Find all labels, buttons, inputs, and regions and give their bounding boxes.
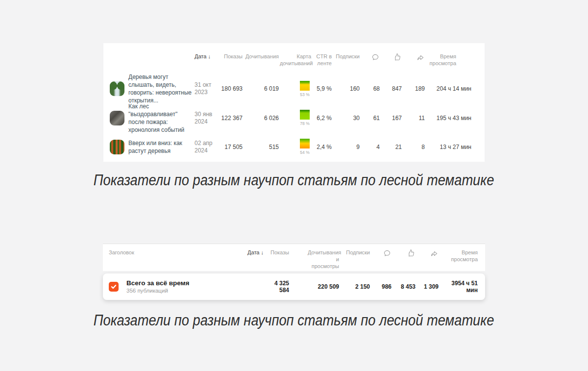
shares-value: 189 xyxy=(402,85,425,92)
likes-value: 167 xyxy=(380,115,402,122)
read-map-chart: 78 % xyxy=(298,110,311,126)
column-header-date[interactable]: Дата ↓ xyxy=(234,249,264,256)
total-views-value: 4 325 584 xyxy=(264,280,289,294)
article-thumbnail-trees-faces xyxy=(110,81,124,96)
column-header-reads-views[interactable]: Дочитывания и просмотры xyxy=(289,249,339,270)
column-header-ctr[interactable]: CTR в ленте xyxy=(311,53,332,67)
checkmark-icon xyxy=(111,284,117,290)
article-thumbnail-sequoia-trunks xyxy=(110,140,124,154)
watch-time-value: 13 ч 27 мин xyxy=(425,144,471,150)
read-map-chart: 53 % xyxy=(298,81,311,97)
column-header-read-map[interactable]: Карта дочитываний xyxy=(279,53,311,67)
reads-value: 6 019 xyxy=(243,85,279,92)
comments-value: 68 xyxy=(360,85,380,92)
column-header-date[interactable]: Дата ↓ xyxy=(195,53,218,60)
articles-stats-table: Дата ↓ Показы Дочитывания Карта дочитыва… xyxy=(103,43,485,162)
total-likes-value: 8 453 xyxy=(392,283,416,290)
article-date: 30 янв 2024 xyxy=(195,111,218,125)
subscriptions-value: 160 xyxy=(332,85,360,92)
caption-totals-table: Показатели по разным научпоп статьям по … xyxy=(0,312,588,329)
column-header-watch-time[interactable]: Время просмотра xyxy=(425,53,471,67)
subscriptions-value: 30 xyxy=(332,115,360,122)
likes-value: 21 xyxy=(380,144,402,150)
reads-value: 515 xyxy=(243,144,279,150)
watch-time-value: 195 ч 43 мин xyxy=(425,115,471,122)
column-header-subscriptions[interactable]: Подписки xyxy=(339,249,370,256)
article-date: 31 окт 2023 xyxy=(195,81,218,96)
sort-desc-icon: ↓ xyxy=(208,53,211,59)
totals-publications-count: 356 публикаций xyxy=(126,287,189,295)
caption-articles-table: Показатели по разным научпоп статьям по … xyxy=(0,172,588,189)
like-icon xyxy=(393,53,402,62)
read-map-percent: 54 % xyxy=(300,150,309,155)
totals-title: Всего за всё время xyxy=(126,279,189,287)
shares-value: 8 xyxy=(402,144,425,150)
column-header-watch-time[interactable]: Время просмотра xyxy=(439,249,478,263)
share-icon xyxy=(430,249,439,258)
column-header-comments[interactable] xyxy=(370,249,392,258)
column-header-likes[interactable] xyxy=(380,53,402,62)
totals-row[interactable]: Всего за всё время 356 публикаций 4 325 … xyxy=(103,273,485,300)
total-reads-views-value: 220 509 xyxy=(289,283,339,290)
read-map-gradient xyxy=(300,139,310,148)
read-map-percent: 78 % xyxy=(300,121,309,126)
article-row[interactable]: Вверх или вниз: как растут деревья 02 ап… xyxy=(103,132,485,162)
reads-value: 6 026 xyxy=(243,115,279,122)
column-header-views[interactable]: Показы xyxy=(264,249,289,256)
column-header-title[interactable]: Заголовок xyxy=(109,249,234,256)
total-shares-value: 1 309 xyxy=(416,283,439,290)
article-title-link[interactable]: Деревья могут слышать, видеть, говорить:… xyxy=(128,73,195,104)
comments-value: 4 xyxy=(360,144,380,150)
subscriptions-value: 9 xyxy=(332,144,360,150)
totals-table-header: Заголовок Дата ↓ Показы Дочитывания и пр… xyxy=(103,244,485,271)
column-header-comments[interactable] xyxy=(360,53,380,62)
comment-icon xyxy=(371,53,380,62)
watch-time-value: 204 ч 14 мин xyxy=(425,85,471,92)
like-icon xyxy=(407,249,416,258)
shares-value: 11 xyxy=(402,115,425,122)
article-row[interactable]: Как лес "выздоравливает" после пожара: х… xyxy=(103,104,485,132)
ctr-value: 5,9 % xyxy=(311,85,332,92)
ctr-value: 6,2 % xyxy=(311,115,332,122)
article-title-link[interactable]: Как лес "выздоравливает" после пожара: х… xyxy=(128,102,195,134)
article-row[interactable]: Деревья могут слышать, видеть, говорить:… xyxy=(103,74,485,104)
views-value: 180 693 xyxy=(218,85,243,92)
read-map-percent: 53 % xyxy=(300,92,309,97)
column-header-views[interactable]: Показы xyxy=(218,53,243,60)
likes-value: 847 xyxy=(380,85,402,92)
read-map-gradient xyxy=(300,81,310,91)
article-date: 02 апр 2024 xyxy=(195,140,218,154)
ctr-value: 2,4 % xyxy=(311,144,332,150)
row-checkbox[interactable] xyxy=(109,282,119,292)
comment-icon xyxy=(383,249,392,258)
total-subscriptions-value: 2 150 xyxy=(339,283,370,290)
column-header-shares[interactable] xyxy=(402,53,425,62)
articles-table-header: Дата ↓ Показы Дочитывания Карта дочитыва… xyxy=(103,43,485,74)
total-watch-time-value: 3954 ч 51 мин xyxy=(439,280,478,294)
column-header-subscriptions[interactable]: Подписки xyxy=(332,53,360,60)
views-value: 17 505 xyxy=(218,144,243,150)
read-map-gradient xyxy=(300,110,310,120)
share-icon xyxy=(416,53,425,62)
total-comments-value: 986 xyxy=(370,283,392,290)
read-map-chart: 54 % xyxy=(298,139,311,155)
column-header-reads[interactable]: Дочитывания xyxy=(243,53,279,60)
comments-value: 61 xyxy=(360,115,380,122)
column-header-likes[interactable] xyxy=(392,249,416,258)
article-title-link[interactable]: Вверх или вниз: как растут деревья xyxy=(128,139,195,155)
views-value: 122 367 xyxy=(218,115,243,122)
column-header-shares[interactable] xyxy=(416,249,439,258)
article-thumbnail-burned-forest xyxy=(110,111,124,125)
